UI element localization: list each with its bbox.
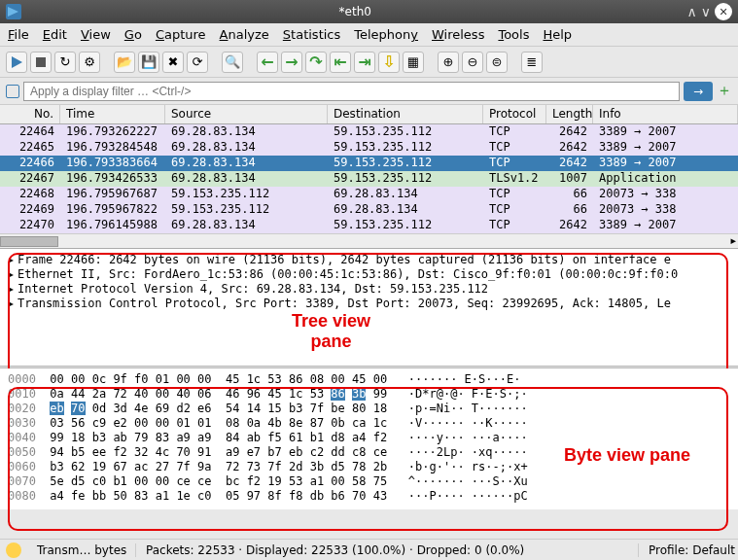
- find-packet-icon[interactable]: 🔍: [222, 52, 243, 73]
- toolbar: ↻ ⚙ 📂 💾 ✖ ⟳ 🔍 ← → ↷ ⇤ ⇥ ⇩ ▦ ⊕ ⊖ ⊜ ≣: [0, 47, 738, 78]
- reload-icon[interactable]: ⟳: [187, 52, 208, 73]
- go-first-icon[interactable]: ⇤: [330, 52, 351, 73]
- close-file-icon[interactable]: ✖: [162, 52, 184, 73]
- packet-row[interactable]: 22468196.79596768759.153.235.11269.28.83…: [0, 187, 738, 202]
- restart-capture-icon[interactable]: ↻: [54, 52, 76, 73]
- hex-row[interactable]: 0080 a4 fe bb 50 83 a1 1e c0 05 97 8f f8…: [8, 489, 730, 504]
- packet-row[interactable]: 22465196.79328454869.28.83.13459.153.235…: [0, 140, 738, 156]
- menu-file[interactable]: File: [8, 27, 29, 42]
- maximize-icon[interactable]: ∨: [701, 4, 711, 19]
- hex-row[interactable]: 0010 0a 44 2a 72 40 00 40 06 46 96 45 1c…: [8, 387, 730, 402]
- status-packets: Packets: 22533 · Displayed: 22533 (100.0…: [138, 543, 639, 557]
- col-protocol[interactable]: Protocol: [483, 105, 546, 123]
- status-field: Transm… bytes: [29, 543, 136, 557]
- packet-list-pane: No. Time Source Destination Protocol Len…: [0, 105, 738, 249]
- col-source[interactable]: Source: [165, 105, 328, 123]
- svg-rect-0: [36, 57, 46, 67]
- hex-row[interactable]: 0040 99 18 b3 ab 79 83 a9 a9 84 ab f5 61…: [8, 431, 730, 445]
- menu-edit[interactable]: Edit: [43, 27, 67, 42]
- tree-item[interactable]: ▸Ethernet II, Src: FordAero_1c:53:86 (00…: [8, 267, 730, 282]
- col-destination[interactable]: Destination: [328, 105, 483, 123]
- tree-item[interactable]: ▸Frame 22466: 2642 bytes on wire (21136 …: [8, 253, 730, 267]
- go-forward-icon[interactable]: →: [281, 52, 302, 73]
- go-back-icon[interactable]: ←: [257, 52, 278, 73]
- hex-row[interactable]: 0050 94 b5 ee f2 32 4c 70 91 a9 e7 b7 eb…: [8, 445, 730, 460]
- apply-filter-button[interactable]: →: [684, 82, 713, 101]
- hex-row[interactable]: 0070 5e d5 c0 b1 00 00 ce ce bc f2 19 53…: [8, 474, 730, 489]
- bookmark-icon[interactable]: [6, 85, 19, 98]
- packet-bytes-pane[interactable]: 0000 00 00 0c 9f f0 01 00 00 45 1c 53 86…: [0, 368, 738, 509]
- tree-item[interactable]: ▸Internet Protocol Version 4, Src: 69.28…: [8, 282, 730, 297]
- col-info[interactable]: Info: [593, 105, 738, 123]
- go-last-icon[interactable]: ⇥: [354, 52, 375, 73]
- hex-row[interactable]: 0000 00 00 0c 9f f0 01 00 00 45 1c 53 86…: [8, 372, 730, 387]
- status-bar: Transm… bytes Packets: 22533 · Displayed…: [0, 539, 738, 560]
- jump-packet-icon[interactable]: ↷: [305, 52, 327, 73]
- hex-row[interactable]: 0030 03 56 c9 e2 00 00 01 01 08 0a 4b 8e…: [8, 416, 730, 431]
- menu-view[interactable]: View: [81, 27, 111, 42]
- start-capture-icon[interactable]: [6, 52, 27, 73]
- title-bar: *eth0 ∧ ∨ ✕: [0, 0, 738, 23]
- zoom-out-icon[interactable]: ⊖: [462, 52, 483, 73]
- menu-analyze[interactable]: Analyze: [220, 27, 269, 42]
- resize-columns-icon[interactable]: ≣: [521, 52, 543, 73]
- packet-row[interactable]: 22467196.79342653369.28.83.13459.153.235…: [0, 171, 738, 187]
- packet-list-header: No. Time Source Destination Protocol Len…: [0, 105, 738, 124]
- colorize-icon[interactable]: ▦: [403, 52, 424, 73]
- window-title: *eth0: [27, 5, 684, 18]
- col-length[interactable]: Length: [546, 105, 593, 123]
- hex-row[interactable]: 0020 eb 70 0d 3d 4e 69 d2 e6 54 14 15 b3…: [8, 402, 730, 416]
- filter-bar: → ＋: [0, 78, 738, 105]
- hex-row[interactable]: 0060 b3 62 19 67 ac 27 7f 9a 72 73 7f 2d…: [8, 460, 730, 474]
- tree-item[interactable]: ▸Transmission Control Protocol, Src Port…: [8, 297, 730, 311]
- packet-row[interactable]: 22470196.79614598869.28.83.13459.153.235…: [0, 218, 738, 233]
- menu-wireless[interactable]: Wireless: [432, 27, 484, 42]
- zoom-reset-icon[interactable]: ⊜: [486, 52, 508, 73]
- expert-info-icon[interactable]: [6, 542, 21, 558]
- packet-row[interactable]: 22469196.79596782259.153.235.11269.28.83…: [0, 202, 738, 218]
- menu-statistics[interactable]: Statistics: [283, 27, 340, 42]
- add-filter-button[interactable]: ＋: [717, 81, 732, 101]
- menu-help[interactable]: Help: [543, 27, 572, 42]
- menu-capture[interactable]: Capture: [156, 27, 206, 42]
- col-time[interactable]: Time: [60, 105, 165, 123]
- menu-tools[interactable]: Tools: [498, 27, 529, 42]
- packet-list-body[interactable]: 22464196.79326222769.28.83.13459.153.235…: [0, 124, 738, 233]
- autoscroll-icon[interactable]: ⇩: [378, 52, 400, 73]
- stop-capture-icon[interactable]: [30, 52, 52, 73]
- open-file-icon[interactable]: 📂: [114, 52, 135, 73]
- display-filter-input[interactable]: [23, 82, 680, 101]
- zoom-in-icon[interactable]: ⊕: [438, 52, 459, 73]
- capture-options-icon[interactable]: ⚙: [79, 52, 100, 73]
- save-file-icon[interactable]: 💾: [138, 52, 159, 73]
- app-icon: [6, 4, 21, 19]
- packet-list-hscroll[interactable]: ▸: [0, 233, 738, 248]
- close-icon[interactable]: ✕: [715, 3, 732, 20]
- packet-row[interactable]: 22464196.79326222769.28.83.13459.153.235…: [0, 124, 738, 140]
- menu-telephony[interactable]: Telephony: [354, 27, 418, 42]
- col-no[interactable]: No.: [0, 105, 60, 123]
- menu-go[interactable]: Go: [124, 27, 142, 42]
- packet-details-pane[interactable]: ▸Frame 22466: 2642 bytes on wire (21136 …: [0, 249, 738, 366]
- minimize-icon[interactable]: ∧: [687, 4, 697, 19]
- packet-row[interactable]: 22466196.79338366469.28.83.13459.153.235…: [0, 156, 738, 171]
- menu-bar: File Edit View Go Capture Analyze Statis…: [0, 23, 738, 47]
- status-profile[interactable]: Profile: Default: [641, 543, 738, 557]
